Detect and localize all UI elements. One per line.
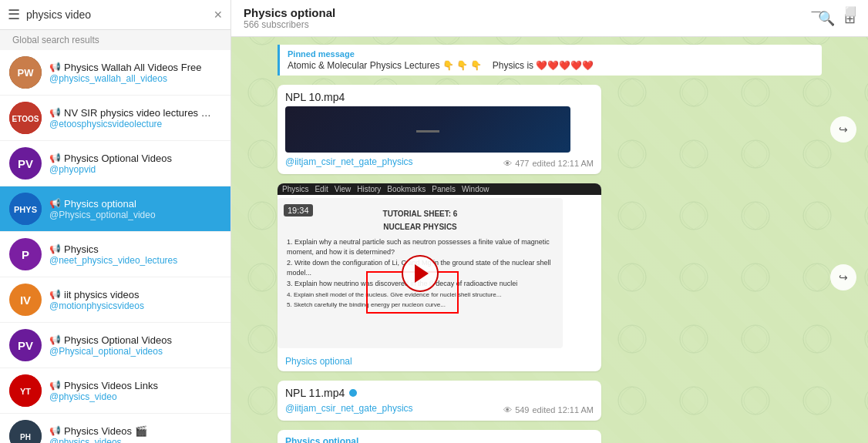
message-video-nuclear: PhysicsEditViewHistoryBookmarksPanelsWin… bbox=[278, 183, 822, 371]
chat-name: Physics Optional Videos bbox=[64, 334, 172, 346]
clear-search-icon[interactable]: ✕ bbox=[214, 8, 223, 21]
channel-icon: 📢 bbox=[49, 289, 61, 300]
chat-header: Physics optional 566 subscribers 🔍 ⊞ bbox=[231, 0, 868, 37]
chat-username: @phyopvid bbox=[49, 164, 221, 175]
chat-item-phyopvid[interactable]: PV 📢 Physics Optional Videos @phyopvid bbox=[0, 141, 230, 186]
hamburger-icon[interactable]: ☰ bbox=[8, 6, 20, 23]
chat-name: Physics Optional Videos bbox=[64, 153, 172, 164]
pinned-message-bar[interactable]: Pinned message Atomic & Molecular Physic… bbox=[278, 45, 822, 76]
eye-icon: 👁 bbox=[503, 405, 512, 414]
chat-item-physics-videos-links[interactable]: YT 📢 Physics Videos Links @physics_video bbox=[0, 368, 230, 414]
global-search-label: Global search results bbox=[0, 30, 230, 50]
msg-username: @iitjam_csir_net_gate_physics bbox=[285, 403, 413, 414]
view-count: 477 bbox=[515, 159, 529, 168]
channel-icon: 📢 bbox=[49, 425, 61, 436]
msg-time: edited 12:11 AM bbox=[532, 159, 594, 168]
filename-text: NPL 11.mp4 bbox=[285, 387, 345, 399]
chat-username: @neet_physics_video_lectures bbox=[49, 255, 221, 266]
msg-filename: NPL 11.mp4 bbox=[285, 387, 594, 399]
svg-text:PH: PH bbox=[20, 433, 31, 441]
message-bubble: NPL 11.mp4 @iitjam_csir_net_gate_physics… bbox=[278, 381, 601, 421]
chat-info: 📢 Physics Optional Videos @Physical_opti… bbox=[49, 334, 221, 357]
chat-name: Physics optional bbox=[64, 198, 136, 210]
chat-name: Physics Wallah All Videos Free bbox=[64, 62, 201, 73]
chat-item-physics-wallah[interactable]: PW 📢 Physics Wallah All Videos Free @phy… bbox=[0, 50, 230, 96]
message-bubble: NPL 10.mp4 ▬▬▬ @iitjam_csir_net_gate_phy… bbox=[278, 85, 601, 174]
avatar: YT bbox=[9, 374, 42, 407]
chat-title: Physics optional bbox=[244, 6, 818, 19]
msg-filename: NPL 10.mp4 bbox=[285, 91, 594, 103]
chat-main: Physics optional 566 subscribers 🔍 ⊞ Pin… bbox=[231, 0, 868, 443]
chat-info: 📢 Physics @neet_physics_video_lectures bbox=[49, 243, 221, 266]
view-count: 549 bbox=[515, 405, 529, 414]
chat-name: Physics Videos 🎬 bbox=[64, 425, 147, 437]
chat-name: Physics Videos Links bbox=[64, 380, 158, 391]
avatar: PH bbox=[9, 420, 42, 443]
forward-button[interactable]: ↪ bbox=[830, 264, 856, 290]
chat-name: iit physics videos bbox=[64, 289, 140, 300]
chat-item-physics-neet[interactable]: P 📢 Physics @neet_physics_video_lectures bbox=[0, 232, 230, 277]
play-button[interactable] bbox=[402, 255, 439, 292]
chat-name: NV SIR physics video lectures 🔴 😊 bbox=[64, 107, 221, 119]
avatar: P bbox=[9, 238, 42, 270]
chat-username: @physics_wallah_all_videos bbox=[49, 73, 221, 84]
msg-sender: Physics optional bbox=[285, 436, 594, 443]
msg-meta: 👁 477 edited 12:11 AM bbox=[503, 159, 594, 168]
chat-header-info: Physics optional 566 subscribers bbox=[244, 6, 818, 30]
msg-username: @iitjam_csir_net_gate_physics bbox=[285, 156, 413, 167]
forward-button[interactable]: ↪ bbox=[830, 116, 856, 143]
minimize-button[interactable]: — bbox=[799, 0, 833, 23]
chat-item-physics-optional-2[interactable]: PV 📢 Physics Optional Videos @Physical_o… bbox=[0, 323, 230, 368]
message-bubble: PhysicsEditViewHistoryBookmarksPanelsWin… bbox=[278, 183, 601, 371]
svg-text:ETOOS: ETOOS bbox=[12, 115, 39, 123]
avatar: IV bbox=[9, 284, 42, 316]
avatar: PV bbox=[9, 329, 42, 361]
message-npl10: NPL 10.mp4 ▬▬▬ @iitjam_csir_net_gate_phy… bbox=[278, 85, 822, 174]
search-bar: ☰ ✕ bbox=[0, 0, 230, 30]
search-input[interactable] bbox=[26, 8, 207, 21]
chat-username: @Physics_optional_video bbox=[49, 210, 221, 220]
pinned-label: Pinned message bbox=[288, 49, 814, 59]
msg-meta: 👁 549 edited 12:11 AM bbox=[503, 405, 594, 414]
video-player-thumb: 19:34 TUTORIAL SHEET: 6 NUCLEAR PHYSICS … bbox=[278, 198, 563, 348]
chat-item-nv-sir[interactable]: ETOOS 📢 NV SIR physics video lectures 🔴 … bbox=[0, 96, 230, 141]
chat-item-iit-physics[interactable]: IV 📢 iit physics videos @motionphysicsvi… bbox=[0, 277, 230, 323]
avatar: PHYS bbox=[9, 193, 42, 225]
video-duration-badge: 19:34 bbox=[284, 204, 313, 216]
chat-info: 📢 Physics optional @Physics_optional_vid… bbox=[49, 198, 221, 220]
svg-text:PW: PW bbox=[18, 67, 35, 79]
chat-info: 📢 NV SIR physics video lectures 🔴 😊 @eto… bbox=[49, 107, 221, 129]
svg-text:PHYS: PHYS bbox=[14, 205, 37, 214]
video-thumbnail-strip: ▬▬▬ bbox=[285, 106, 570, 153]
svg-text:YT: YT bbox=[20, 387, 31, 396]
chat-info: 📢 Physics Videos 🎬 @physics_videos bbox=[49, 425, 221, 444]
video-header-bar: PhysicsEditViewHistoryBookmarksPanelsWin… bbox=[278, 183, 601, 195]
chat-info: 📢 Physics Wallah All Videos Free @physic… bbox=[49, 62, 221, 84]
avatar: ETOOS bbox=[9, 102, 42, 134]
channel-icon: 📢 bbox=[49, 243, 61, 254]
channel-icon: 📢 bbox=[49, 380, 61, 391]
channel-icon: 📢 bbox=[49, 198, 61, 209]
chat-username: @motionphysicsvideos bbox=[49, 300, 221, 311]
chat-info: 📢 iit physics videos @motionphysicsvideo… bbox=[49, 289, 221, 311]
pinned-text: Atomic & Molecular Physics Lectures 👇 👇 … bbox=[288, 60, 594, 71]
sidebar: ☰ ✕ Global search results PW 📢 Physics W… bbox=[0, 0, 231, 443]
maximize-button[interactable]: ⬜ bbox=[833, 0, 868, 23]
message-npl11: NPL 11.mp4 @iitjam_csir_net_gate_physics… bbox=[278, 381, 822, 421]
avatar: PV bbox=[9, 147, 42, 180]
chat-username: @physics_videos bbox=[49, 437, 221, 444]
msg-sender-label: Physics optional bbox=[285, 356, 352, 367]
msg-time: edited 12:11 AM bbox=[532, 405, 594, 414]
chat-item-physics-videos[interactable]: PH 📢 Physics Videos 🎬 @physics_videos bbox=[0, 414, 230, 443]
channel-icon: 📢 bbox=[49, 107, 61, 118]
eye-icon: 👁 bbox=[503, 159, 512, 168]
chat-item-physics-optional[interactable]: PHYS 📢 Physics optional @Physics_optiona… bbox=[0, 186, 230, 232]
chat-list: PW 📢 Physics Wallah All Videos Free @phy… bbox=[0, 50, 230, 443]
channel-icon: 📢 bbox=[49, 153, 61, 163]
chat-username: @etoosphysicsvideolecture bbox=[49, 119, 221, 129]
message-bubble: Physics optional ↓ 1:44:33 604.1 MB bbox=[278, 430, 601, 443]
chat-username: @Physical_optional_videos bbox=[49, 346, 221, 357]
chat-subtitle: 566 subscribers bbox=[244, 19, 818, 30]
chat-username: @physics_video bbox=[49, 391, 221, 402]
messages-area: Pinned message Atomic & Molecular Physic… bbox=[231, 37, 868, 443]
